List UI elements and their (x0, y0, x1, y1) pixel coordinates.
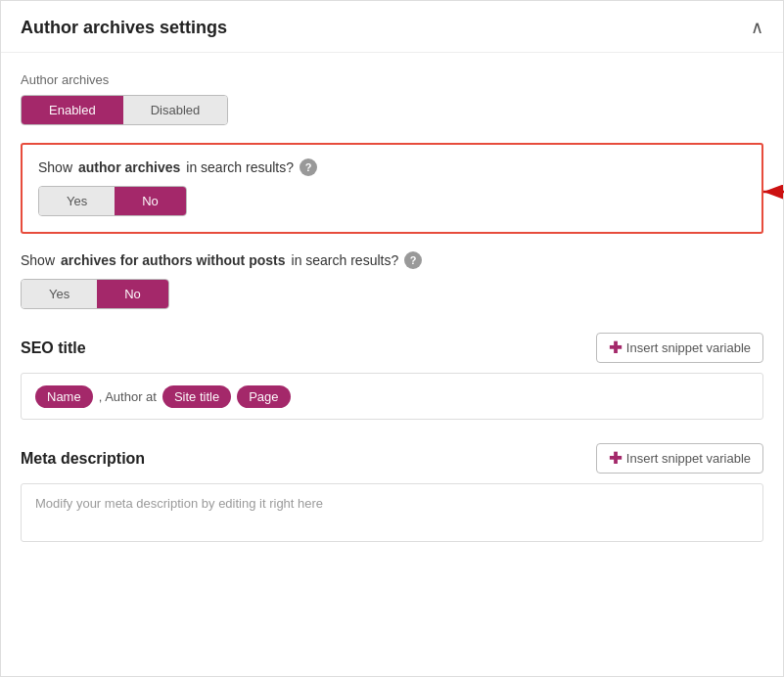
yes-button-noposts[interactable]: Yes (22, 280, 97, 308)
help-icon-2[interactable]: ? (404, 251, 422, 269)
collapse-icon[interactable]: ∧ (751, 17, 763, 38)
no-button-search[interactable]: No (115, 187, 186, 215)
question-text-middle: in search results? (186, 159, 294, 175)
yes-button-search[interactable]: Yes (39, 187, 115, 215)
enabled-button[interactable]: Enabled (22, 96, 123, 124)
page-container: Author archives settings ∧ Author archiv… (0, 0, 784, 677)
no-posts-question: Show archives for authors without posts … (21, 251, 763, 269)
no-posts-text-middle: in search results? (292, 252, 399, 268)
no-posts-toggle: Yes No (21, 279, 169, 309)
seo-snippet-area[interactable]: Name , Author at Site title Page (21, 373, 763, 420)
seo-title-row: SEO title ✚ Insert snippet variable (21, 333, 763, 363)
snippet-tag-name: Name (35, 385, 93, 408)
no-posts-text-before: Show (21, 252, 55, 268)
plus-icon-meta: ✚ (609, 449, 622, 468)
search-results-toggle: Yes No (38, 186, 187, 216)
no-posts-block: Show archives for authors without posts … (21, 251, 763, 309)
insert-btn-label-meta: Insert snippet variable (626, 451, 751, 466)
snippet-text-author-at: , Author at (99, 389, 157, 404)
snippet-tag-page: Page (237, 385, 290, 408)
question-text-before: Show (38, 159, 72, 175)
content-area: Author archives Enabled Disabled Show au… (1, 53, 783, 562)
author-archives-label: Author archives (21, 72, 763, 87)
page-title: Author archives settings (21, 18, 227, 38)
question-bold1: author archives (78, 159, 180, 175)
meta-description-placeholder: Modify your meta description by editing … (35, 496, 323, 511)
help-icon[interactable]: ? (300, 158, 317, 176)
settings-header: Author archives settings ∧ (1, 1, 783, 53)
search-results-box: Show author archives in search results? … (21, 143, 763, 234)
author-archives-toggle: Enabled Disabled (21, 95, 228, 125)
seo-title-label: SEO title (21, 339, 86, 357)
no-posts-bold1: archives for authors without posts (61, 252, 285, 268)
insert-snippet-variable-btn-seo[interactable]: ✚ Insert snippet variable (596, 333, 763, 363)
no-button-noposts[interactable]: No (97, 280, 168, 308)
meta-desc-row: Meta description ✚ Insert snippet variab… (21, 443, 763, 474)
meta-desc-label: Meta description (21, 450, 145, 468)
disabled-button[interactable]: Disabled (123, 96, 228, 124)
meta-description-area[interactable]: Modify your meta description by editing … (21, 483, 763, 542)
plus-icon-seo: ✚ (609, 338, 622, 357)
insert-snippet-variable-btn-meta[interactable]: ✚ Insert snippet variable (596, 443, 763, 474)
snippet-tag-site-title: Site title (162, 385, 231, 408)
insert-btn-label-seo: Insert snippet variable (626, 340, 751, 355)
search-results-question: Show author archives in search results? … (38, 158, 746, 176)
